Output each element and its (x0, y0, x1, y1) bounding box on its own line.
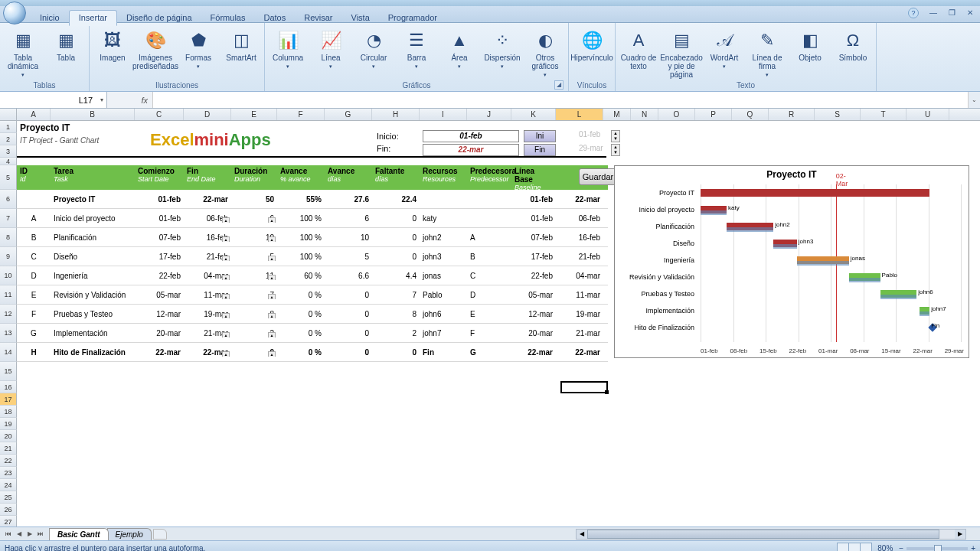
cell-spinner[interactable] (222, 236, 230, 242)
expand-formula-icon[interactable]: ⌄ (968, 92, 980, 108)
row-header[interactable]: 19 (0, 418, 17, 430)
column-header[interactable]: E (231, 109, 277, 120)
ribbon-button[interactable]: ◧Objeto (792, 26, 828, 62)
ribbon-button[interactable]: 📈Línea▾ (312, 26, 349, 70)
ribbon-button[interactable]: ⁘Dispersión▾ (484, 26, 521, 70)
cell-spinner[interactable] (222, 256, 230, 261)
ribbon-button[interactable]: ▦Tabla dinámica▾ (5, 26, 41, 79)
cell-spinner[interactable] (222, 313, 230, 318)
guardar-button[interactable]: Guardar (579, 168, 617, 185)
row-header[interactable]: 24 (0, 479, 17, 491)
ribbon-button[interactable]: ☰Barra▾ (398, 26, 435, 70)
ribbon-tab[interactable]: Inicio (31, 11, 69, 25)
ribbon-button[interactable]: 📊Columna▾ (270, 26, 306, 70)
cell-spinner[interactable] (222, 351, 230, 357)
row-header[interactable]: 14 (0, 343, 17, 362)
fx-icon[interactable]: fx (107, 92, 153, 108)
cell-spinner[interactable] (268, 294, 276, 299)
zoom-slider[interactable]: −+ (899, 544, 975, 551)
column-header[interactable]: L (556, 109, 603, 120)
row-header[interactable]: 18 (0, 406, 17, 418)
date-spinner[interactable] (611, 144, 620, 156)
row-header[interactable]: 16 (0, 381, 17, 393)
fin-button[interactable]: Fin (524, 144, 556, 156)
cell-spinner[interactable] (268, 217, 276, 223)
ribbon-tab[interactable]: Programador (379, 11, 446, 25)
formula-input[interactable] (153, 92, 968, 108)
cell-spinner[interactable] (268, 256, 276, 261)
column-header[interactable]: S (815, 109, 861, 120)
table-row[interactable]: AInicio del proyecto01-feb06-feb6100 %60… (17, 209, 608, 228)
ribbon-button[interactable]: ◫SmartArt (223, 26, 260, 62)
ribbon-tab[interactable]: Vista (342, 11, 379, 25)
row-header[interactable]: 15 (0, 362, 17, 381)
column-header[interactable]: A (17, 109, 51, 120)
name-box[interactable]: L17 (0, 92, 107, 108)
restore-icon[interactable]: ❐ (945, 8, 959, 17)
row-header[interactable]: 26 (0, 504, 17, 516)
ribbon-button[interactable]: 𝒜WordArt▾ (706, 26, 743, 70)
column-header[interactable]: N (631, 109, 658, 120)
cell-spinner[interactable] (268, 351, 276, 357)
row-header[interactable]: 7 (0, 209, 17, 228)
table-row[interactable]: HHito de Finalización22-mar22-mar00 %00F… (17, 343, 608, 362)
table-row[interactable]: BPlanificación07-feb16-feb10100 %100john… (17, 228, 608, 247)
selected-cell[interactable] (560, 381, 608, 393)
cell-spinner[interactable] (268, 275, 276, 280)
row-header[interactable]: 1 (0, 121, 17, 133)
column-header[interactable]: Q (732, 109, 769, 120)
column-header[interactable]: F (277, 109, 325, 120)
ribbon-button[interactable]: ◐Otros gráficos▾ (527, 26, 564, 79)
column-header[interactable]: G (325, 109, 372, 120)
cell-spinner[interactable] (268, 313, 276, 318)
column-header[interactable]: H (372, 109, 420, 120)
row-header[interactable]: 9 (0, 247, 17, 266)
ribbon-button[interactable]: ◔Circular▾ (355, 26, 392, 70)
new-sheet-icon[interactable] (153, 529, 167, 540)
row-header[interactable]: 10 (0, 266, 17, 285)
view-buttons[interactable] (837, 543, 871, 552)
ribbon-button[interactable]: ✎Línea de firma▾ (749, 26, 786, 79)
office-button[interactable] (3, 2, 26, 24)
column-header[interactable]: R (769, 109, 815, 120)
horizontal-scrollbar[interactable]: ◀▶ (576, 529, 966, 540)
table-row[interactable]: FPruebas y Testeo12-mar19-mar80 %08john6… (17, 305, 608, 324)
table-row[interactable]: DIngeniería22-feb04-mar1160 %6.64.4jonas… (17, 266, 608, 285)
ribbon-button[interactable]: ▤Encabezado y pie de página (663, 26, 700, 79)
ini-button[interactable]: Ini (524, 130, 556, 142)
spreadsheet-grid[interactable]: ABCDEFGHIJKLMNOPQRSTU 123456789101112131… (0, 109, 980, 527)
row-header[interactable]: 20 (0, 430, 17, 442)
row-header[interactable]: 25 (0, 491, 17, 504)
date-spinner[interactable] (611, 130, 620, 142)
column-header[interactable]: C (135, 109, 184, 120)
row-header[interactable]: 8 (0, 228, 17, 247)
column-header[interactable]: D (184, 109, 231, 120)
table-row[interactable]: ERevisión y Validación05-mar11-mar70 %07… (17, 285, 608, 305)
row-header[interactable]: 12 (0, 305, 17, 324)
ribbon-button[interactable]: ΩSímbolo (835, 26, 871, 62)
ribbon-tab[interactable]: Fórmulas (201, 11, 255, 25)
ribbon-tab[interactable]: Revisar (295, 11, 341, 25)
row-header[interactable]: 6 (0, 190, 17, 209)
cell-spinner[interactable] (222, 294, 230, 299)
row-header[interactable]: 22 (0, 455, 17, 467)
minimize-icon[interactable]: — (926, 8, 940, 17)
table-row[interactable]: GImplementación20-mar21-mar20 %02john7F2… (17, 324, 608, 343)
cell-spinner[interactable] (222, 332, 230, 337)
row-header[interactable]: 5 (0, 165, 17, 190)
ribbon-button[interactable]: ACuadro de texto (620, 26, 657, 70)
table-row[interactable]: CDiseño17-feb21-feb5100 %50john3B17-feb2… (17, 247, 608, 266)
select-all-corner[interactable] (0, 109, 17, 120)
column-header[interactable]: J (467, 109, 511, 120)
sheet-tab-active[interactable]: Basic Gantt (49, 528, 109, 540)
tab-nav[interactable]: ⏮◀▶⏭ (0, 530, 49, 537)
close-icon[interactable]: ✕ (963, 8, 977, 17)
ribbon-button[interactable]: ▲Área▾ (441, 26, 478, 70)
row-header[interactable]: 23 (0, 467, 17, 479)
row-header[interactable]: 17 (0, 393, 17, 406)
sheet-tab[interactable]: Ejemplo (107, 528, 152, 540)
help-icon[interactable]: ? (908, 8, 919, 18)
column-header[interactable]: U (906, 109, 949, 120)
cell-spinner[interactable] (268, 332, 276, 337)
column-header[interactable]: T (861, 109, 906, 120)
